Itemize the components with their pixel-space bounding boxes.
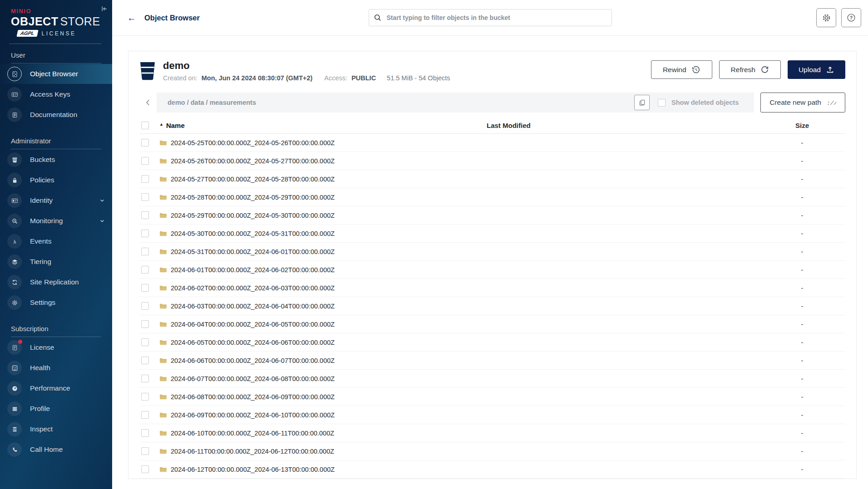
sidebar-item-events[interactable]: λEvents	[0, 231, 112, 251]
column-header-name[interactable]: ▲ Name	[159, 122, 487, 129]
table-row[interactable]: 2024-05-26T00:00:00.000Z_2024-05-27T00:0…	[139, 152, 845, 170]
sidebar-section-label: Subscription	[11, 325, 101, 337]
row-checkbox[interactable]	[141, 193, 149, 201]
table-row[interactable]: 2024-05-30T00:00:00.000Z_2024-05-31T00:0…	[139, 225, 845, 243]
table-row[interactable]: 2024-06-03T00:00:00.000Z_2024-06-04T00:0…	[139, 297, 845, 315]
row-checkbox[interactable]	[141, 393, 149, 401]
sidebar-item-object-browser[interactable]: Object Browser	[0, 64, 112, 84]
row-checkbox[interactable]	[141, 211, 149, 219]
refresh-button[interactable]: Refresh	[719, 60, 781, 79]
object-size: -	[759, 230, 845, 237]
folder-icon	[159, 357, 167, 364]
table-row[interactable]: 2024-05-31T00:00:00.000Z_2024-06-01T00:0…	[139, 243, 845, 261]
identity-icon	[7, 193, 22, 208]
select-all-checkbox[interactable]	[141, 122, 149, 129]
sidebar: MINIO OBJECTSTORE AGPL LICENSE UserObjec…	[0, 0, 112, 489]
row-checkbox[interactable]	[141, 411, 149, 419]
folder-icon	[159, 140, 167, 146]
folder-icon	[159, 230, 167, 237]
create-new-path-button[interactable]: Create new path ://	[760, 93, 845, 112]
row-checkbox[interactable]	[141, 248, 149, 255]
row-checkbox[interactable]	[141, 357, 149, 364]
bucket-info: demo Created on: Mon, Jun 24 2024 08:30:…	[163, 60, 450, 82]
sidebar-item-label: Buckets	[30, 156, 112, 164]
sidebar-section: SubscriptionLicenseHealthPerformanceProf…	[0, 325, 112, 460]
table-row[interactable]: 2024-05-27T00:00:00.000Z_2024-05-28T00:0…	[139, 170, 845, 188]
chevron-down-icon	[99, 218, 105, 224]
show-deleted-checkbox[interactable]	[658, 99, 666, 107]
sidebar-item-label: Identity	[30, 196, 99, 205]
object-name: 2024-06-02T00:00:00.000Z_2024-06-03T00:0…	[171, 284, 335, 292]
table-row[interactable]: 2024-06-11T00:00:00.000Z_2024-06-12T00:0…	[139, 442, 845, 460]
path-back-button[interactable]	[139, 93, 157, 112]
row-checkbox[interactable]	[141, 302, 149, 310]
sidebar-item-identity[interactable]: Identity	[0, 191, 112, 210]
table-row[interactable]: 2024-05-25T00:00:00.000Z_2024-05-26T00:0…	[139, 134, 845, 152]
rewind-button[interactable]: Rewind	[651, 60, 712, 79]
folder-icon	[159, 285, 167, 291]
monitoring-icon	[7, 214, 22, 228]
sidebar-item-label: Monitoring	[30, 217, 99, 225]
sidebar-item-label: Events	[30, 237, 112, 245]
row-checkbox[interactable]	[141, 465, 149, 473]
settings-button[interactable]	[816, 8, 836, 27]
sidebar-item-settings[interactable]: Settings	[0, 293, 112, 313]
object-size: -	[759, 321, 845, 328]
agpl-badge: AGPL	[16, 30, 38, 37]
sidebar-item-label: License	[30, 343, 112, 352]
table-row[interactable]: 2024-06-02T00:00:00.000Z_2024-06-03T00:0…	[139, 279, 845, 297]
copy-path-button[interactable]	[634, 95, 650, 110]
row-checkbox[interactable]	[141, 266, 149, 274]
row-checkbox[interactable]	[141, 157, 149, 165]
search-input[interactable]	[386, 14, 607, 22]
row-checkbox[interactable]	[141, 139, 149, 147]
table-row[interactable]: 2024-06-09T00:00:00.000Z_2024-06-10T00:0…	[139, 406, 845, 424]
sidebar-item-documentation[interactable]: Documentation	[0, 105, 112, 125]
sidebar-item-health[interactable]: Health	[0, 358, 112, 378]
folder-icon	[159, 339, 167, 346]
folder-icon	[159, 376, 167, 382]
sidebar-item-call-home[interactable]: Call Home	[0, 440, 112, 460]
table-row[interactable]: 2024-06-12T00:00:00.000Z_2024-06-13T00:0…	[139, 460, 845, 479]
sidebar-item-license[interactable]: License	[0, 337, 112, 357]
sidebar-collapse-button[interactable]	[99, 4, 109, 15]
sidebar-item-buckets[interactable]: Buckets	[0, 150, 112, 170]
object-name: 2024-06-10T00:00:00.000Z_2024-06-11T00:0…	[171, 430, 334, 437]
table-row[interactable]: 2024-05-28T00:00:00.000Z_2024-05-29T00:0…	[139, 188, 845, 206]
row-checkbox[interactable]	[141, 284, 149, 292]
sidebar-item-tiering[interactable]: Tiering	[0, 252, 112, 272]
object-name: 2024-06-01T00:00:00.000Z_2024-06-02T00:0…	[171, 266, 335, 274]
upload-button[interactable]: Upload	[788, 60, 845, 79]
back-button[interactable]: ←	[124, 13, 139, 23]
sidebar-item-label: Documentation	[30, 111, 112, 119]
object-name: 2024-06-11T00:00:00.000Z_2024-06-12T00:0…	[171, 448, 334, 455]
table-row[interactable]: 2024-06-01T00:00:00.000Z_2024-06-02T00:0…	[139, 261, 845, 279]
sidebar-item-label: Site Replication	[30, 278, 112, 286]
row-checkbox[interactable]	[141, 429, 149, 437]
sidebar-item-performance[interactable]: Performance	[0, 378, 112, 398]
sidebar-item-profile[interactable]: Profile	[0, 399, 112, 419]
table-row[interactable]: 2024-06-07T00:00:00.000Z_2024-06-08T00:0…	[139, 370, 845, 388]
svg-text:?: ?	[850, 15, 853, 20]
row-checkbox[interactable]	[141, 338, 149, 346]
row-checkbox[interactable]	[141, 320, 149, 328]
sidebar-item-policies[interactable]: Policies	[0, 170, 112, 190]
row-checkbox[interactable]	[141, 375, 149, 382]
sidebar-item-site-replication[interactable]: Site Replication	[0, 272, 112, 292]
sidebar-item-monitoring[interactable]: Monitoring	[0, 211, 112, 231]
rewind-icon	[691, 65, 700, 74]
table-row[interactable]: 2024-06-06T00:00:00.000Z_2024-06-07T00:0…	[139, 352, 845, 370]
table-row[interactable]: 2024-06-08T00:00:00.000Z_2024-06-09T00:0…	[139, 388, 845, 406]
breadcrumb[interactable]: demo / data / measurements	[168, 99, 634, 106]
table-row[interactable]: 2024-05-29T00:00:00.000Z_2024-05-30T00:0…	[139, 206, 845, 225]
row-checkbox[interactable]	[141, 447, 149, 455]
row-checkbox[interactable]	[141, 175, 149, 183]
table-row[interactable]: 2024-06-10T00:00:00.000Z_2024-06-11T00:0…	[139, 424, 845, 442]
table-row[interactable]: 2024-06-04T00:00:00.000Z_2024-06-05T00:0…	[139, 315, 845, 333]
object-name: 2024-05-29T00:00:00.000Z_2024-05-30T00:0…	[171, 212, 335, 219]
row-checkbox[interactable]	[141, 230, 149, 237]
sidebar-item-access-keys[interactable]: Access Keys	[0, 84, 112, 104]
help-button[interactable]: ?	[841, 8, 861, 27]
table-row[interactable]: 2024-06-05T00:00:00.000Z_2024-06-06T00:0…	[139, 333, 845, 352]
sidebar-item-inspect[interactable]: Inspect	[0, 419, 112, 439]
